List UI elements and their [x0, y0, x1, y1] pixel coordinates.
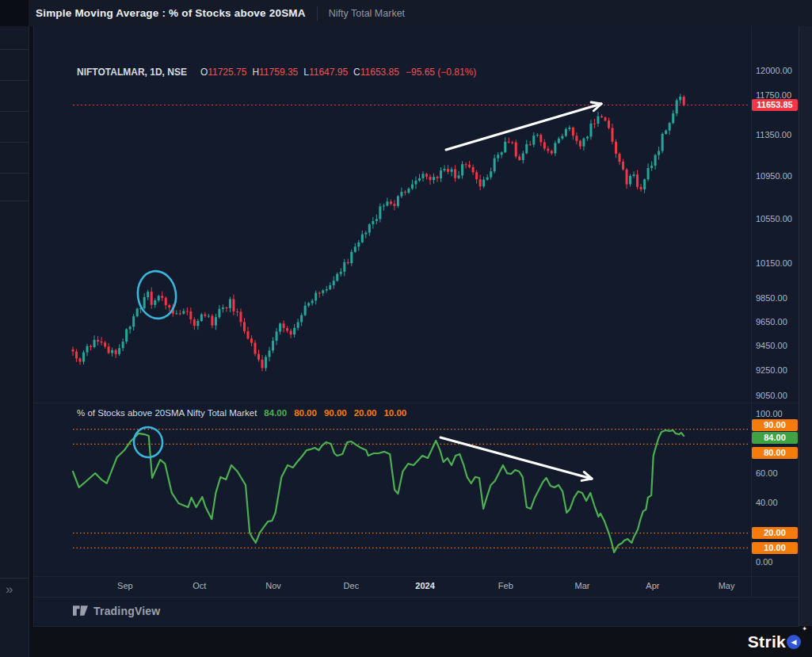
time-label-Feb[interactable]: Feb	[498, 581, 513, 590]
axis-tick: 9250.00	[756, 365, 799, 375]
axis-tick: 10150.00	[756, 258, 799, 268]
axis-tick: 11750.00	[756, 90, 799, 100]
time-label-Oct[interactable]: Oct	[193, 581, 206, 590]
ohlc-value: 11653.85	[360, 67, 399, 78]
candles	[72, 94, 685, 371]
axis-tick: 10950.00	[756, 171, 799, 181]
chart-canvas[interactable]	[0, 0, 812, 657]
axis-tick: 10550.00	[756, 214, 799, 223]
tradingview-label: TradingView	[93, 605, 160, 617]
axis-tick: 9050.00	[756, 391, 799, 400]
indicator-values: 84.0080.0090.0020.0010.00	[257, 408, 406, 418]
ohlc-value: 11759.35	[259, 67, 298, 78]
indicator-legend: % of Stocks above 20SMA Nifty Total Mark…	[77, 408, 406, 418]
tradingview-attribution[interactable]: TradingView	[73, 605, 160, 617]
ohlc-value: 11725.75	[208, 67, 246, 78]
axis-badge: 90.00	[752, 419, 798, 431]
axis-tick: 12000.00	[756, 66, 799, 75]
axis-tick: 11350.00	[756, 130, 799, 139]
axis-badge: 20.00	[752, 527, 798, 539]
indicator-title[interactable]: % of Stocks above 20SMA Nifty Total Mark…	[77, 408, 257, 418]
axis-tick: 9450.00	[756, 341, 799, 350]
indicator-value: 80.00	[294, 408, 317, 418]
axis-badge: 10.00	[752, 542, 798, 554]
ohlc-legend: NIFTOTALMAR, 1D, NSEO11725.75H11759.35L1…	[77, 67, 476, 78]
time-label-May[interactable]: May	[719, 581, 735, 590]
strike-e-icon: ◀	[787, 635, 801, 649]
axis-tick: 40.00	[756, 498, 799, 507]
ohlc-key: H	[252, 67, 259, 78]
axis-badge: 84.00	[752, 432, 798, 444]
indicator-value: 10.00	[383, 408, 406, 418]
strike-sparkle-icon: ✦	[802, 625, 807, 632]
ohlc-key: L	[303, 67, 309, 78]
axis-tick: 9650.00	[756, 317, 799, 327]
circle-annotation-1	[132, 425, 165, 460]
indicator-value: 84.00	[264, 408, 287, 418]
tradingview-icon	[73, 605, 88, 617]
axis-badge: 11653.85	[752, 99, 798, 111]
change-label: −95.65 (−0.81%)	[406, 67, 476, 78]
ohlc-values: O11725.75H11759.35L11647.95C11653.85	[195, 67, 399, 78]
app-root: Simple Moving Average : % of Stocks abov…	[0, 0, 812, 657]
ohlc-value: 11647.95	[309, 67, 348, 78]
indicator-value: 20.00	[354, 408, 377, 418]
indicator-value: 90.00	[324, 408, 347, 418]
ohlc-key: O	[200, 67, 208, 78]
symbol-label[interactable]: NIFTOTALMAR, 1D, NSE	[77, 67, 187, 78]
strike-text: Strik	[748, 632, 786, 651]
time-label-Dec[interactable]: Dec	[344, 581, 360, 590]
indicator-line	[73, 430, 684, 552]
time-label-Sep[interactable]: Sep	[117, 581, 133, 590]
axis-tick: 100.00	[756, 409, 799, 418]
time-label-Apr[interactable]: Apr	[646, 581, 659, 590]
trend-arrow-0	[446, 104, 601, 150]
axis-tick: 60.00	[756, 468, 799, 478]
axis-badge: 80.00	[752, 447, 798, 459]
strike-logo: Strik ◀ ✦	[748, 630, 801, 654]
time-label-2024[interactable]: 2024	[415, 581, 434, 590]
axis-tick: 0.00	[756, 557, 799, 567]
time-label-Nov[interactable]: Nov	[265, 581, 281, 590]
axis-tick: 9850.00	[756, 293, 799, 303]
ohlc-key: C	[353, 67, 360, 78]
time-label-Mar[interactable]: Mar	[574, 581, 589, 590]
